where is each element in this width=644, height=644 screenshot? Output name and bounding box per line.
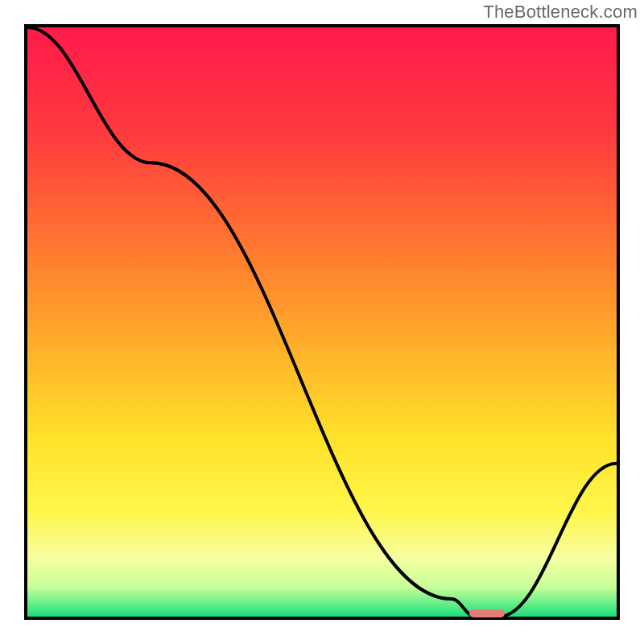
- chart-stage: TheBottleneck.com: [0, 0, 644, 644]
- bottleneck-curve-path: [27, 27, 617, 617]
- optimal-range-marker: [469, 609, 505, 617]
- chart-curve: [27, 27, 617, 617]
- watermark: TheBottleneck.com: [483, 2, 638, 23]
- plot-area: [24, 24, 620, 620]
